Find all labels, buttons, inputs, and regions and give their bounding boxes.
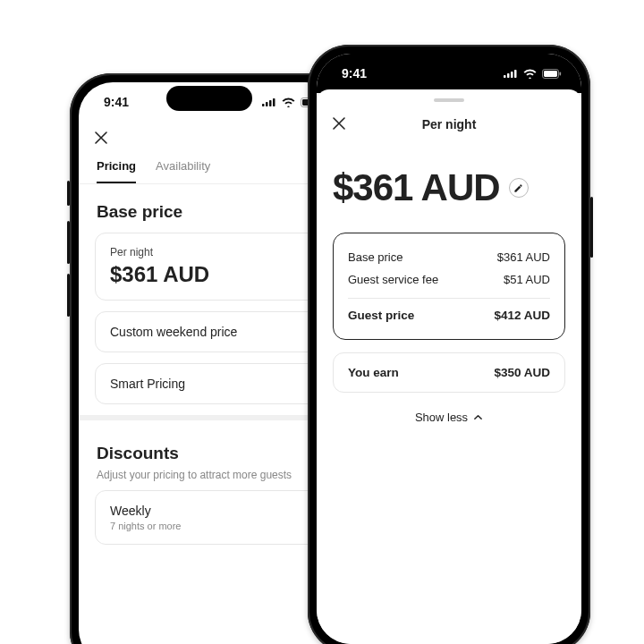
svg-rect-9: [511, 72, 513, 78]
you-earn-label: You earn: [348, 366, 399, 379]
per-night-value: $361 AUD: [110, 262, 309, 287]
status-time: 9:41: [342, 66, 367, 80]
tabs: Pricing Availability: [79, 154, 340, 184]
close-icon: [333, 117, 345, 130]
wifi-icon: [523, 69, 537, 79]
you-earn-value: $350 AUD: [494, 366, 550, 379]
custom-weekend-label: Custom weekend price: [110, 325, 309, 339]
tab-availability[interactable]: Availability: [156, 159, 210, 183]
battery-icon: [542, 69, 562, 79]
phone-right: 9:41 Per night $361 AUD: [308, 45, 590, 644]
custom-weekend-card[interactable]: Custom weekend price: [95, 311, 324, 352]
section-divider: [79, 415, 340, 420]
chevron-up-icon: [473, 412, 483, 422]
pencil-icon: [513, 183, 523, 193]
smart-pricing-label: Smart Pricing: [110, 377, 309, 391]
svg-rect-10: [514, 70, 517, 78]
close-button[interactable]: [95, 131, 107, 147]
svg-rect-8: [507, 73, 510, 78]
big-price: $361 AUD: [333, 166, 500, 209]
show-less-button[interactable]: Show less: [317, 407, 581, 442]
status-icons: [504, 69, 562, 79]
show-less-label: Show less: [415, 411, 468, 424]
per-night-card[interactable]: Per night $361 AUD: [95, 233, 324, 301]
price-breakdown: Base price $361 AUD Guest service fee $5…: [333, 233, 565, 340]
sheet-title: Per night: [317, 117, 581, 131]
edit-price-button[interactable]: [509, 178, 529, 198]
weekly-sub: 7 nights or more: [110, 521, 309, 531]
base-price-heading: Base price: [79, 184, 340, 233]
smart-pricing-card[interactable]: Smart Pricing: [95, 363, 324, 404]
signal-icon: [262, 97, 276, 106]
status-bar: 9:41: [317, 54, 581, 93]
dynamic-island: [166, 86, 252, 111]
discounts-heading: Discounts: [79, 426, 340, 474]
close-button[interactable]: [333, 116, 345, 132]
weekly-label: Weekly: [110, 504, 309, 518]
close-icon: [95, 131, 107, 144]
sheet-grabber[interactable]: [434, 98, 464, 102]
per-night-label: Per night: [110, 246, 309, 258]
you-earn-card: You earn $350 AUD: [333, 352, 565, 393]
svg-rect-13: [560, 72, 562, 75]
svg-rect-1: [266, 102, 268, 106]
signal-icon: [504, 69, 518, 78]
sheet: Per night $361 AUD Base price $361 AUD G…: [317, 89, 581, 644]
tab-pricing[interactable]: Pricing: [97, 159, 136, 183]
svg-rect-2: [269, 100, 272, 106]
svg-rect-0: [262, 104, 265, 106]
status-time: 9:41: [104, 95, 129, 109]
discounts-subtitle: Adjust your pricing to attract more gues…: [79, 469, 340, 490]
guest-price-value: $412 AUD: [494, 309, 550, 322]
svg-rect-12: [544, 71, 557, 77]
base-price-value: $361 AUD: [497, 250, 550, 264]
base-price-label: Base price: [348, 250, 402, 264]
service-fee-value: $51 AUD: [504, 273, 550, 286]
wifi-icon: [282, 97, 295, 107]
svg-rect-7: [504, 75, 506, 78]
service-fee-label: Guest service fee: [348, 273, 438, 286]
svg-rect-3: [273, 98, 275, 106]
guest-price-label: Guest price: [348, 309, 414, 322]
weekly-discount-card[interactable]: Weekly 7 nights or more: [95, 490, 324, 545]
